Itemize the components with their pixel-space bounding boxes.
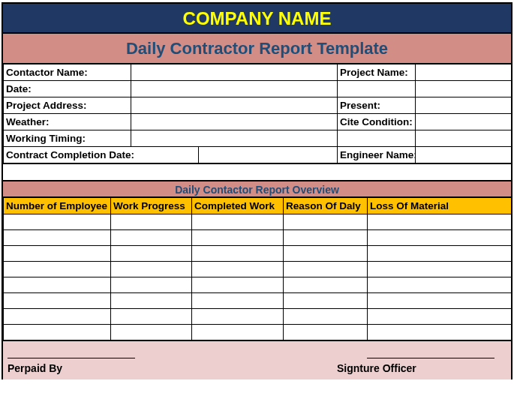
cell[interactable] <box>192 262 284 278</box>
label-project-name: Project Name: <box>338 64 416 81</box>
cell[interactable] <box>284 246 368 262</box>
cell[interactable] <box>284 262 368 278</box>
label-cite-condition: Cite Condition: <box>338 114 416 130</box>
overview-header: Daily Contactor Report Overview <box>3 181 511 197</box>
value-date[interactable] <box>131 81 338 98</box>
label-blank-1 <box>338 81 416 98</box>
value-blank-1[interactable] <box>416 81 512 98</box>
signature-line-left <box>8 358 135 358</box>
cell[interactable] <box>192 214 284 230</box>
label-date: Date: <box>4 81 131 98</box>
cell[interactable] <box>284 278 368 293</box>
label-weather: Weather: <box>4 114 131 130</box>
cell[interactable] <box>111 293 192 309</box>
col-employee: Number of Employee <box>4 198 111 214</box>
value-contactor-name[interactable] <box>131 64 338 81</box>
cell[interactable] <box>4 230 111 246</box>
col-loss: Loss Of Material <box>368 198 512 214</box>
cell[interactable] <box>4 246 111 262</box>
label-blank-2 <box>338 130 416 147</box>
cell[interactable] <box>111 325 192 340</box>
label-working-timing: Working Timing: <box>4 130 131 147</box>
cell[interactable] <box>111 214 192 230</box>
report-title: Daily Contractor Report Template <box>3 34 511 64</box>
cell[interactable] <box>284 309 368 325</box>
value-weather[interactable] <box>131 114 338 130</box>
cell[interactable] <box>192 325 284 340</box>
value-present[interactable] <box>416 98 512 114</box>
cell[interactable] <box>368 214 512 230</box>
cell[interactable] <box>111 309 192 325</box>
cell[interactable] <box>192 246 284 262</box>
cell[interactable] <box>368 262 512 278</box>
cell[interactable] <box>284 293 368 309</box>
cell[interactable] <box>192 293 284 309</box>
label-contract-completion: Contract Completion Date: <box>4 147 199 164</box>
cell[interactable] <box>368 278 512 293</box>
cell[interactable] <box>368 230 512 246</box>
cell[interactable] <box>192 309 284 325</box>
cell[interactable] <box>368 325 512 340</box>
value-project-address[interactable] <box>131 98 338 114</box>
value-project-name[interactable] <box>416 64 512 81</box>
cell[interactable] <box>4 262 111 278</box>
cell[interactable] <box>368 309 512 325</box>
cell[interactable] <box>284 214 368 230</box>
report-template: COMPANY NAME Daily Contractor Report Tem… <box>2 2 512 380</box>
cell[interactable] <box>111 246 192 262</box>
cell[interactable] <box>192 230 284 246</box>
company-header: COMPANY NAME <box>3 4 511 34</box>
value-working-timing[interactable] <box>131 130 338 147</box>
col-reason: Reason Of Daly <box>284 198 368 214</box>
value-blank-2[interactable] <box>416 130 512 147</box>
label-project-address: Project Address: <box>4 98 131 114</box>
spacer-row <box>3 164 511 181</box>
label-engineer-name: Engineer Name: <box>338 147 416 164</box>
cell[interactable] <box>284 230 368 246</box>
cell[interactable] <box>4 278 111 293</box>
col-progress: Work Progress <box>111 198 192 214</box>
signature-label-prepaid: Perpaid By <box>8 362 62 374</box>
cell[interactable] <box>192 278 284 293</box>
cell[interactable] <box>111 278 192 293</box>
signature-block: Perpaid By Signture Officer <box>3 340 511 380</box>
cell[interactable] <box>368 246 512 262</box>
signature-line-right <box>367 358 494 358</box>
info-table: Contactor Name: Project Name: Date: Proj… <box>3 64 512 164</box>
cell[interactable] <box>284 325 368 340</box>
cell[interactable] <box>4 309 111 325</box>
value-contract-completion[interactable] <box>199 147 338 164</box>
cell[interactable] <box>4 214 111 230</box>
cell[interactable] <box>368 293 512 309</box>
col-completed: Completed Work <box>192 198 284 214</box>
cell[interactable] <box>111 262 192 278</box>
cell[interactable] <box>4 293 111 309</box>
label-contactor-name: Contactor Name: <box>4 64 131 81</box>
signature-label-officer: Signture Officer <box>337 362 416 374</box>
label-present: Present: <box>338 98 416 114</box>
value-cite-condition[interactable] <box>416 114 512 130</box>
cell[interactable] <box>4 325 111 340</box>
overview-table: Number of Employee Work Progress Complet… <box>3 197 512 340</box>
cell[interactable] <box>111 230 192 246</box>
value-engineer-name[interactable] <box>416 147 512 164</box>
